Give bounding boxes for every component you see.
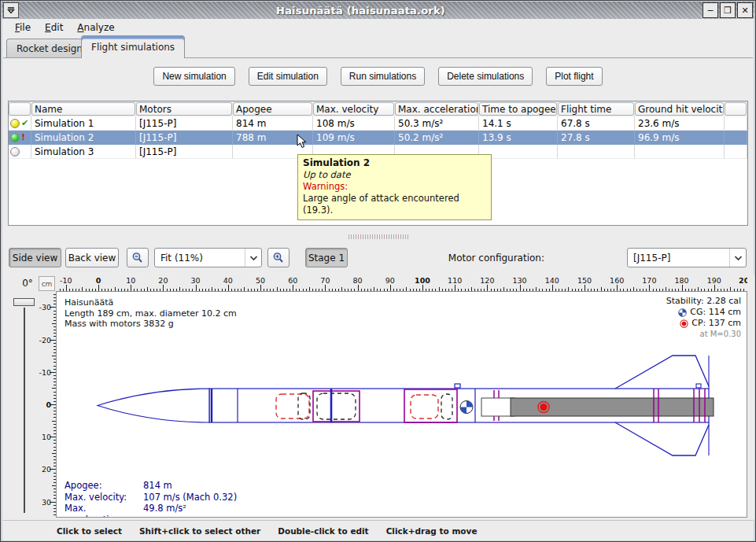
vertical-ruler: -30-20-100102030	[39, 291, 56, 518]
tabbar: Rocket design Flight simulations	[3, 35, 753, 58]
v-ruler-label: -20	[39, 335, 51, 344]
status-ball-icon	[10, 119, 20, 128]
zoom-out-button[interactable]	[127, 248, 149, 267]
hint-double-click: Double-click to edit	[278, 526, 368, 536]
h-ruler-label: 190	[707, 276, 721, 285]
horizontal-ruler: -100102030405060708090100110120130140150…	[56, 276, 747, 291]
column-header-ground-hit-velocity[interactable]: Ground hit velocity	[635, 102, 724, 116]
h-ruler-label: 170	[642, 276, 656, 285]
hint-click-select: Click to select	[57, 526, 122, 536]
stability-info: Stability: 2.28 cal CG: 114 cm CP: 137 c…	[666, 296, 741, 340]
max-velocity-value: 107 m/s (Mach 0.32)	[143, 492, 237, 503]
back-view-button[interactable]: Back view	[65, 248, 119, 267]
cg-marker-icon	[460, 401, 473, 414]
table-row[interactable]: ✔Simulation 1[J115-P]814 m108 m/s50.3 m/…	[9, 116, 747, 131]
stage-1-toggle[interactable]: Stage 1	[305, 248, 348, 267]
launch-lug[interactable]	[455, 384, 460, 388]
simulation-actions: New simulation Edit simulation Run simul…	[1, 67, 755, 86]
magnifier-plus-icon	[272, 252, 285, 264]
nose-cone[interactable]	[98, 389, 209, 422]
rail-button[interactable]	[696, 384, 701, 388]
h-ruler-label: 180	[675, 276, 689, 285]
motor-configuration-value: [J115-P]	[633, 253, 670, 264]
chevron-down-icon	[729, 249, 746, 267]
h-ruler-label: 100	[415, 276, 430, 285]
column-header-max-velocity[interactable]: Max. velocity	[313, 102, 394, 116]
stability-value: Stability: 2.28 cal	[666, 296, 741, 307]
zoom-in-button[interactable]	[267, 248, 289, 267]
h-ruler-label: 30	[191, 276, 201, 285]
plot-flight-button[interactable]: Plot flight	[546, 67, 602, 86]
menu-analyze[interactable]: Analyze	[70, 20, 121, 35]
v-ruler-label: 10	[42, 433, 51, 441]
close-button[interactable]: ✕	[737, 2, 753, 18]
window-title: Haisunäätä (haisunaata.ork)	[19, 5, 703, 17]
h-ruler-label: 50	[256, 276, 265, 285]
delete-simulations-button[interactable]: Delete simulations	[438, 67, 533, 86]
rocket-canvas[interactable]: Haisunäätä Length 189 cm, max. diameter …	[56, 291, 747, 518]
column-header-max-acceleration[interactable]: Max. acceleration	[395, 102, 478, 116]
titlebar[interactable]: Haisunäätä (haisunaata.ork) ─ ❒ ✕	[2, 2, 754, 19]
fin-top[interactable]	[615, 356, 709, 389]
v-ruler-label: 0	[46, 400, 51, 409]
magnifier-minus-icon	[131, 252, 144, 264]
h-ruler-label: 200	[739, 276, 747, 285]
table-header: Name Motors Apogee Max. velocity Max. ac…	[9, 101, 747, 116]
column-header-status[interactable]	[9, 102, 31, 116]
fin-bottom[interactable]	[615, 422, 709, 455]
hint-click-drag: Click+drag to move	[386, 526, 478, 536]
apogee-value: 814 m	[143, 480, 237, 492]
tooltip-title: Simulation 2	[303, 157, 486, 169]
max-velocity-label: Max. velocity:	[65, 492, 143, 503]
h-ruler-label: 20	[158, 276, 168, 285]
rocket-info: Haisunäätä Length 189 cm, max. diameter …	[65, 297, 237, 330]
h-ruler-label: 90	[385, 276, 395, 285]
mach-condition: at M=0.30	[666, 329, 741, 340]
h-ruler-label: 130	[513, 276, 527, 285]
maximize-button[interactable]: ❒	[720, 2, 736, 18]
window-menu-icon[interactable]	[3, 2, 19, 18]
openrocket-window: Haisunäätä (haisunaata.ork) ─ ❒ ✕ File E…	[0, 0, 756, 542]
tab-rocket-design[interactable]: Rocket design	[6, 39, 93, 57]
splitter-grip-icon	[348, 234, 408, 239]
side-view-button[interactable]: Side view	[9, 248, 61, 267]
cg-legend-icon	[678, 308, 687, 317]
table-row[interactable]: !Simulation 2[J115-P]788 m109 m/s50.2 m/…	[9, 131, 747, 145]
apogee-label: Apogee:	[65, 480, 143, 492]
h-ruler-label: -10	[60, 276, 72, 285]
cp-value: CP: 137 cm	[691, 318, 741, 329]
rotation-slider-handle[interactable]	[13, 298, 35, 306]
zoom-level-select[interactable]: Fit (11%)	[154, 248, 262, 267]
panel-splitter[interactable]	[1, 232, 755, 242]
column-header-motors[interactable]: Motors	[136, 102, 232, 116]
column-header-time-to-apogee[interactable]: Time to apogee	[479, 102, 557, 116]
hint-shift-click: Shift+click to select other	[139, 526, 260, 536]
menu-edit[interactable]: Edit	[38, 20, 70, 35]
table-body: ✔Simulation 1[J115-P]814 m108 m/s50.3 m/…	[9, 116, 747, 159]
h-ruler-label: 10	[126, 276, 135, 285]
run-simulations-button[interactable]: Run simulations	[341, 67, 425, 86]
menu-file[interactable]: File	[8, 20, 38, 35]
column-header-name[interactable]: Name	[31, 102, 135, 116]
flight-stats: Apogee:814 m Max. velocity:107 m/s (Mach…	[65, 480, 237, 518]
motor-configuration-select[interactable]: [J115-P]	[627, 248, 747, 267]
rotation-slider[interactable]	[24, 308, 25, 513]
h-ruler-label: 60	[288, 276, 297, 285]
motor-mount-tube[interactable]	[481, 398, 514, 416]
motor-configuration-label: Motor configuration:	[448, 248, 544, 267]
h-ruler-label: 40	[223, 276, 233, 285]
column-header-filler	[725, 102, 747, 116]
new-simulation-button[interactable]: New simulation	[153, 67, 234, 86]
column-header-flight-time[interactable]: Flight time	[558, 102, 634, 116]
view-toolbar: Side view Back view Fit (11%) Stage 1	[3, 243, 753, 273]
edit-simulation-button[interactable]: Edit simulation	[249, 67, 327, 86]
rocket-name: Haisunäätä	[65, 297, 237, 308]
minimize-button[interactable]: ─	[703, 2, 718, 18]
rocket-mass: Mass with motors 3832 g	[65, 319, 237, 330]
h-ruler-label: 110	[448, 276, 462, 285]
rocket-view-panel: 0° cm -100102030405060708090100110120130…	[3, 275, 754, 519]
tab-flight-simulations[interactable]: Flight simulations	[81, 35, 185, 58]
h-ruler-label: 120	[480, 276, 494, 285]
column-header-apogee[interactable]: Apogee	[233, 102, 312, 116]
menubar: File Edit Analyze	[3, 19, 753, 35]
